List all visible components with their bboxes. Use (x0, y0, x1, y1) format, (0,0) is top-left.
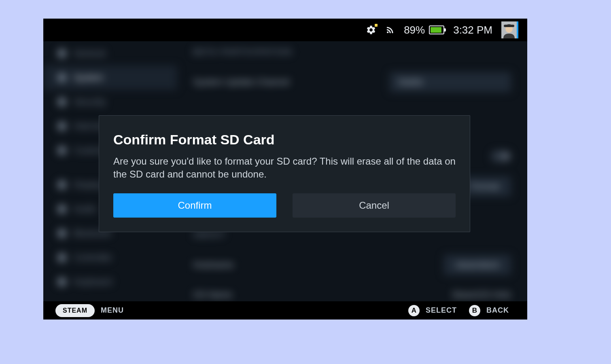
wifi-icon (385, 25, 395, 35)
os-value: SteamOS Holo (452, 290, 511, 300)
a-button-label: SELECT (426, 306, 457, 315)
b-button-label: BACK (486, 306, 509, 315)
top-bar: 89% 3:32 PM (43, 19, 527, 41)
battery-status: 89% (404, 24, 444, 36)
section-beta: BETA PARTICIPATION (189, 41, 515, 65)
avatar[interactable] (501, 21, 518, 38)
battery-percent: 89% (404, 24, 425, 36)
svg-rect-2 (504, 25, 514, 27)
sidebar-item-system[interactable]: System (43, 66, 177, 90)
a-button-icon: A (408, 305, 420, 316)
hostname-value[interactable]: steamdeck (444, 255, 511, 275)
setting-label: Hostname (193, 260, 233, 270)
confirm-button[interactable]: Confirm (113, 193, 276, 218)
clock: 3:32 PM (453, 24, 492, 36)
steam-pill: STEAM (55, 304, 95, 317)
dev-mode-toggle[interactable] (491, 150, 511, 162)
update-channel-dropdown[interactable]: Stable (390, 72, 511, 92)
bottom-bar: STEAM MENU A SELECT B BACK (43, 301, 527, 320)
setting-label: System Update Channel (193, 77, 289, 87)
settings-icon[interactable] (366, 25, 376, 35)
cancel-button[interactable]: Cancel (293, 193, 456, 218)
sidebar-item-security[interactable]: Security (43, 90, 177, 114)
battery-icon (429, 25, 444, 34)
modal-title: Confirm Format SD Card (113, 132, 456, 148)
modal-body: Are you sure you'd like to format your S… (113, 155, 456, 181)
steam-menu-button[interactable]: STEAM MENU (55, 304, 124, 317)
sidebar-item-controller[interactable]: Controller (43, 245, 177, 270)
app-frame: 89% 3:32 PM General System Security Inte… (43, 19, 527, 320)
sidebar-item-general[interactable]: General (43, 41, 177, 66)
confirm-format-modal: Confirm Format SD Card Are you sure you'… (99, 115, 470, 232)
setting-update-channel: System Update Channel Stable (189, 65, 515, 99)
settings-notification-badge (375, 24, 378, 27)
sidebar-item-keyboard[interactable]: Keyboard (43, 270, 177, 294)
setting-hostname: Hostname steamdeck (189, 248, 515, 282)
setting-label: OS Name (193, 290, 232, 300)
b-button-icon: B (469, 305, 480, 316)
menu-label: MENU (101, 306, 124, 315)
